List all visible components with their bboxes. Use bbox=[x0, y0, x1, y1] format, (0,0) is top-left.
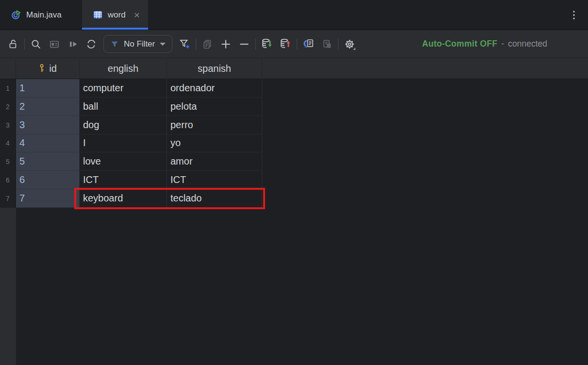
row-number[interactable]: 3 bbox=[0, 116, 16, 134]
header-gutter bbox=[0, 58, 16, 79]
row-number[interactable]: 5 bbox=[0, 152, 16, 171]
data-editor-toolbar: No Filter bbox=[0, 30, 588, 58]
cell-spanish[interactable]: pelota bbox=[167, 98, 262, 116]
cell-id[interactable]: 7 bbox=[16, 189, 80, 208]
copy-rows-button[interactable] bbox=[200, 37, 215, 51]
tab-label: Main.java bbox=[26, 10, 62, 20]
chevron-down-icon bbox=[160, 43, 166, 46]
active-tab-indicator bbox=[82, 28, 148, 30]
toggle-readonly-button[interactable] bbox=[6, 37, 20, 51]
toolbar-divider bbox=[255, 39, 256, 50]
table-row: 55loveamor bbox=[0, 152, 588, 171]
cell-english[interactable]: keyboard bbox=[80, 189, 167, 208]
submit-db-icon bbox=[261, 38, 273, 50]
rollback-button[interactable] bbox=[278, 37, 293, 51]
delete-row-button[interactable] bbox=[237, 37, 252, 51]
column-header-id[interactable]: id bbox=[16, 58, 80, 79]
cell-id[interactable]: 4 bbox=[16, 134, 80, 153]
table-row: 11computerordenador bbox=[0, 79, 588, 98]
cell-english[interactable]: I bbox=[80, 134, 167, 153]
cell-id[interactable]: 3 bbox=[16, 116, 80, 134]
row-number[interactable]: 2 bbox=[0, 98, 16, 116]
close-icon[interactable]: × bbox=[133, 10, 141, 20]
table-row: 22ballpelota bbox=[0, 98, 588, 116]
editor-tab-bar: Main.java word × bbox=[0, 0, 588, 30]
record-view-button[interactable] bbox=[47, 37, 62, 51]
connection-status: Auto-Commit OFF - connected bbox=[422, 39, 547, 49]
column-header-spanish[interactable]: spanish bbox=[167, 58, 262, 79]
add-row-icon bbox=[219, 38, 232, 50]
record-view-icon bbox=[49, 38, 60, 50]
settings-gear-icon bbox=[343, 38, 356, 50]
export-data-button[interactable] bbox=[301, 37, 316, 51]
table-row: 33dogperro bbox=[0, 116, 588, 134]
filter-dropdown[interactable]: No Filter bbox=[103, 35, 172, 53]
cell-english[interactable]: ICT bbox=[80, 171, 167, 189]
grid-header: id english spanish bbox=[0, 58, 588, 79]
row-number[interactable]: 7 bbox=[0, 189, 16, 208]
find-button[interactable] bbox=[29, 37, 43, 51]
settings-button[interactable] bbox=[342, 37, 357, 51]
rollback-db-icon bbox=[280, 38, 292, 50]
row-number[interactable]: 4 bbox=[0, 134, 16, 153]
autocommit-status: Auto-Commit OFF bbox=[422, 39, 497, 49]
table-row: 44Iyo bbox=[0, 134, 588, 153]
column-header-english[interactable]: english bbox=[80, 58, 167, 79]
table-row: 66ICTICT bbox=[0, 171, 588, 189]
tab-label: word bbox=[108, 10, 126, 20]
reload-button[interactable] bbox=[84, 37, 99, 51]
filter-icon bbox=[110, 40, 119, 49]
copy-icon bbox=[202, 38, 213, 50]
toolbar-divider bbox=[297, 39, 297, 50]
header-filler bbox=[262, 58, 588, 79]
cell-english[interactable]: love bbox=[80, 152, 167, 171]
refresh-icon bbox=[85, 38, 97, 50]
row-number[interactable]: 6 bbox=[0, 171, 16, 189]
filter-dropdown-label: No Filter bbox=[124, 39, 155, 49]
cell-spanish[interactable]: amor bbox=[167, 152, 262, 171]
cell-spanish[interactable]: yo bbox=[167, 134, 262, 153]
more-options-button[interactable] bbox=[569, 0, 588, 30]
table-row: 77keyboardteclado bbox=[0, 189, 588, 208]
add-row-button[interactable] bbox=[218, 37, 233, 51]
cell-spanish[interactable]: teclado bbox=[167, 189, 262, 208]
cell-spanish[interactable]: ICT bbox=[167, 171, 262, 189]
unlock-icon bbox=[7, 38, 19, 50]
cell-english[interactable]: ball bbox=[80, 98, 167, 116]
add-filter-icon bbox=[179, 38, 191, 50]
submit-button[interactable] bbox=[260, 37, 274, 51]
cell-id[interactable]: 5 bbox=[16, 152, 80, 171]
column-header-label: english bbox=[108, 63, 138, 74]
gutter-strip bbox=[0, 208, 16, 365]
paste-rows-button[interactable] bbox=[319, 37, 334, 51]
kebab-icon bbox=[569, 9, 579, 21]
resume-icon bbox=[67, 38, 79, 50]
toolbar-divider bbox=[196, 39, 196, 50]
cell-english[interactable]: computer bbox=[80, 79, 167, 98]
cell-id[interactable]: 1 bbox=[16, 79, 80, 98]
status-dash: - bbox=[501, 39, 504, 49]
cell-id[interactable]: 2 bbox=[16, 98, 80, 116]
table-icon bbox=[93, 10, 103, 20]
cell-spanish[interactable]: ordenador bbox=[167, 79, 262, 98]
row-number[interactable]: 1 bbox=[0, 79, 16, 98]
column-header-label: id bbox=[49, 63, 57, 74]
tab-word[interactable]: word × bbox=[82, 0, 148, 30]
tab-main-java[interactable]: Main.java bbox=[2, 0, 70, 30]
datagrip-window: Main.java word × bbox=[0, 0, 588, 365]
resume-button[interactable] bbox=[66, 37, 80, 51]
toolbar-divider bbox=[338, 39, 338, 50]
java-class-icon bbox=[11, 10, 21, 20]
add-filter-button[interactable] bbox=[177, 37, 192, 51]
search-icon bbox=[30, 38, 42, 50]
paste-icon bbox=[321, 38, 333, 50]
cell-english[interactable]: dog bbox=[80, 116, 167, 134]
toolbar-divider bbox=[24, 39, 25, 50]
cell-spanish[interactable]: perro bbox=[167, 116, 262, 134]
export-data-icon bbox=[302, 38, 315, 50]
column-header-label: spanish bbox=[198, 63, 231, 74]
table-body: 11computerordenador22ballpelota33dogperr… bbox=[0, 79, 588, 208]
cell-id[interactable]: 6 bbox=[16, 171, 80, 189]
primary-key-icon bbox=[38, 64, 46, 73]
delete-row-icon bbox=[238, 38, 251, 50]
